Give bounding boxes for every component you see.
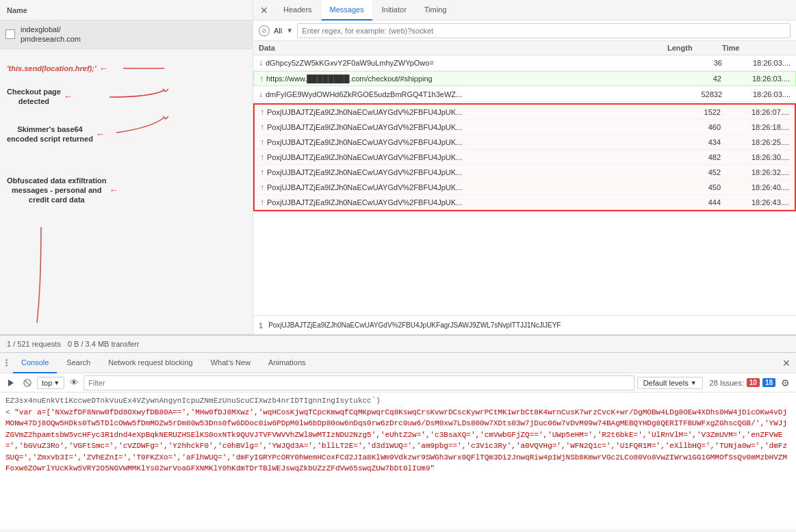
exfiltration-group: ↑ PoxjUJBAJTZjEa9lZJh0NaECwUAYGdV%2FBFU4… (253, 103, 796, 211)
issues-blue-count: 18 (762, 378, 775, 387)
settings-button[interactable]: ⚙ (778, 376, 792, 390)
filter-dropdown-icon[interactable]: ▼ (286, 27, 293, 34)
request-checkbox[interactable] (5, 29, 15, 39)
console-line: EZ3sx4nuEnkVtiKccweDTnkVuuEx4VZywnAngynI… (5, 395, 791, 407)
tab-search[interactable]: Search (58, 353, 99, 373)
msg-time-cell: 18:26:03.... (722, 59, 791, 67)
msg-time-cell: 18:26:03.... (721, 75, 790, 83)
arrow-down-icon: ↓ (259, 90, 263, 99)
tab-bar: ✕ Headers Messages Initiator Timing (253, 0, 796, 21)
context-selector[interactable]: top ▼ (37, 377, 64, 389)
table-row[interactable]: ↑ PoxjUJBAJTZjEa9lZJh0NaECwUAYGdV%2FBFU4… (255, 120, 795, 135)
annotation-send-location: 'this.send(location.href);' ← (7, 63, 109, 74)
svg-marker-0 (8, 380, 14, 386)
msg-data-cell: ↓ dGhpcy5zZW5kKGxvY2F0aW9uLmhyZWYpOwo= (259, 58, 667, 68)
tab-timing[interactable]: Timing (416, 0, 455, 21)
annotation-send-location-text: 'this.send(location.href);' (7, 64, 97, 72)
msg-time-cell: 18:26:25.... (721, 138, 789, 146)
annotation-obfuscated-text: Obfuscated data exfiltrationmessages - p… (7, 176, 106, 205)
filter-input[interactable] (297, 23, 791, 38)
tab-network-request-blocking[interactable]: Network request blocking (100, 353, 201, 373)
table-header: Data Length Time (253, 41, 796, 55)
arrow-up-icon: ↑ (260, 152, 264, 162)
default-levels-dropdown[interactable]: Default levels ▼ (637, 377, 703, 389)
issues-label: 28 Issues: (710, 379, 744, 387)
arrow-up-icon: ↑ (260, 183, 264, 192)
transfer-size: 0 B / 3.4 MB transferr (68, 340, 140, 348)
console-obfuscated-text: "var a=['NXwzfDF8Nnw0fDd8OXwyfDB80A==','… (5, 408, 787, 473)
table-row[interactable]: ↑ PoxjUJBAJTZjEa9lZJh0NaECwUAYGdV%2FBFU4… (255, 105, 795, 120)
arrow-up-icon: ↑ (260, 168, 264, 177)
table-row[interactable]: ↑ PoxjUJBAJTZjEa9lZJh0NaECwUAYGdV%2FBFU4… (255, 150, 795, 165)
arrow-up-icon: ↑ (259, 74, 264, 83)
console-output[interactable]: EZ3sx4nuEnkVtiKccweDTnkVuuEx4VZywnAngynI… (0, 393, 796, 529)
annotation-arrow-1: ← (99, 63, 109, 74)
annotations-area: 'this.send(location.href);' ← Checkout p… (0, 49, 253, 309)
table-row[interactable]: ↓ dGhpcy5zZW5kKGxvY2F0aW9uLmhyZWYpOwo= 3… (253, 55, 796, 70)
msg-length-cell: 450 (666, 183, 721, 191)
arrow-up-icon: ↑ (260, 198, 264, 207)
console-filter-input[interactable] (84, 375, 634, 390)
close-panel-button[interactable]: ✕ (257, 3, 271, 17)
tab-animations[interactable]: Animations (260, 353, 313, 373)
sidebar-header-label: Name (7, 6, 27, 14)
filter-circle-icon: ⊘ (259, 25, 270, 36)
msg-length-cell: 434 (666, 138, 721, 146)
tab-headers[interactable]: Headers (275, 0, 320, 21)
console-toolbar: top ▼ 👁 Default levels ▼ 28 Issues: 10 1… (0, 373, 796, 393)
msg-data-cell: ↑ PoxjUJBAJTZjEa9lZJh0NaECwUAYGdV%2FBFU4… (260, 183, 666, 192)
chevron-down-icon-2: ▼ (691, 380, 697, 386)
msg-length-cell: 42 (667, 75, 721, 83)
drag-handle[interactable] (5, 359, 8, 367)
tab-messages[interactable]: Messages (322, 0, 372, 21)
msg-length-cell: 36 (667, 59, 722, 67)
annotation-arrow-4: ← (109, 185, 118, 196)
tab-whats-new[interactable]: What's New (203, 353, 259, 373)
sidebar-request-item[interactable]: indexglobal/pmdresearch.com (0, 21, 253, 49)
console-panel: Console Search Network request blocking … (0, 353, 796, 529)
table-row[interactable]: ↑ PoxjUJBAJTZjEa9lZJh0NaECwUAYGdV%2FBFU4… (255, 165, 795, 180)
decoded-bar: 1 PoxjUJBAJTZjEa9lZJh0NaECwUAYGdV%2FBU4J… (253, 315, 796, 334)
table-row[interactable]: ↑ PoxjUJBAJTZjEa9lZJh0NaECwUAYGdV%2FBFU4… (255, 135, 795, 150)
requests-count: 1 / 521 requests (7, 340, 61, 348)
msg-length-cell: 52832 (667, 90, 722, 98)
msg-data-cell: ↑ PoxjUJBAJTZjEa9lZJh0NaECwUAYGdV%2FBFU4… (260, 137, 666, 147)
msg-time-cell: 18:26:18.... (721, 123, 789, 131)
close-console-button[interactable]: ✕ (782, 358, 791, 369)
msg-length-cell: 460 (666, 123, 721, 131)
msg-length-cell: 444 (666, 198, 721, 207)
annotation-skimmer: Skimmer's base64encoded script returned … (7, 124, 105, 144)
chevron-down-icon: ▼ (53, 380, 60, 386)
table-row[interactable]: ↑ PoxjUJBAJTZjEa9lZJh0NaECwUAYGdV%2FBFU4… (255, 180, 795, 195)
app-container: Name indexglobal/pmdresearch.com 'this.s… (0, 0, 796, 532)
filter-bar: ⊘ All ▼ (253, 21, 796, 41)
arrow-down-icon: ↓ (259, 58, 263, 68)
msg-length-cell: 1522 (666, 108, 721, 116)
run-script-button[interactable] (4, 376, 18, 390)
tab-console[interactable]: Console (13, 353, 57, 373)
msg-length-cell: 482 (666, 153, 721, 161)
table-row[interactable]: ↑ https://www.████████.com/checkout/#shi… (253, 71, 796, 86)
decoded-num: 1 (259, 321, 263, 330)
arrow-up-icon: ↑ (260, 122, 264, 132)
clear-console-button[interactable] (21, 376, 34, 390)
gear-icon: ⚙ (781, 377, 790, 388)
tab-initiator[interactable]: Initiator (374, 0, 415, 21)
default-levels-label: Default levels (643, 379, 689, 387)
table-row[interactable]: ↑ PoxjUJBAJTZjEa9lZJh0NaECwUAYGdV%2FBFU4… (255, 195, 795, 210)
annotation-obfuscated: Obfuscated data exfiltrationmessages - p… (7, 176, 118, 205)
table-row[interactable]: ↓ dmFyIGE9WydOWHd6ZkRGOE5udzBmRGQ4T1h3eW… (253, 87, 796, 102)
msg-time-cell: 18:26:30.... (721, 153, 789, 161)
decoded-text: PoxjUJBAJTZjEa9lZJh0NaECwUAYGdV%2FBU4JpU… (268, 321, 561, 329)
msg-data-cell: ↑ PoxjUJBAJTZjEa9lZJh0NaECwUAYGdV%2FBFU4… (260, 122, 666, 132)
console-tab-bar: Console Search Network request blocking … (0, 353, 796, 373)
annotation-arrow-3: ← (96, 129, 105, 139)
messages-table[interactable]: ↓ dGhpcy5zZW5kKGxvY2F0aW9uLmhyZWYpOwo= 3… (253, 55, 796, 315)
console-line: < "var a=['NXwzfDF8Nnw0fDd8OXwyfDB80A=='… (5, 407, 791, 475)
issues-red-count: 10 (747, 378, 760, 387)
arrow-up-icon: ↑ (260, 107, 264, 117)
issues-badge[interactable]: 28 Issues: 10 18 (710, 378, 775, 387)
play-icon (6, 378, 16, 388)
eye-button[interactable]: 👁 (67, 376, 81, 390)
msg-data-cell: ↑ PoxjUJBAJTZjEa9lZJh0NaECwUAYGdV%2FBFU4… (260, 198, 666, 207)
